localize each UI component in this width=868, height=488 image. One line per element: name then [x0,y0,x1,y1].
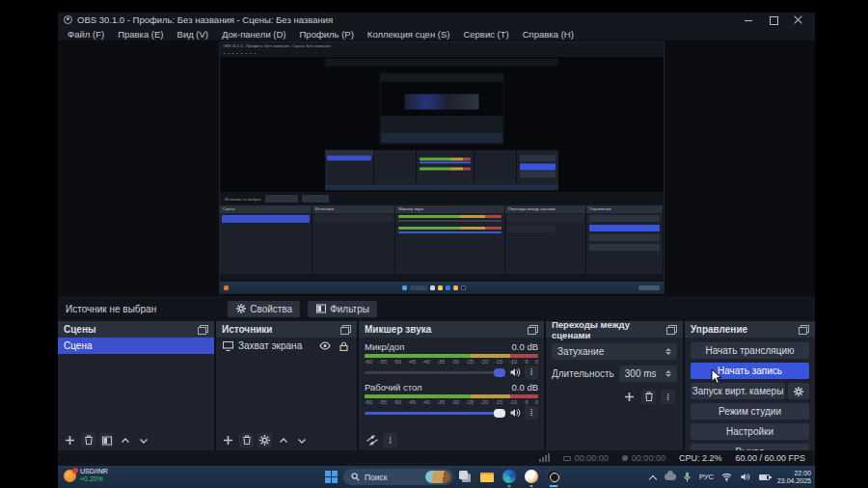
source-status-label: Источник не выбран [66,304,156,314]
popout-icon[interactable] [528,325,538,335]
scenes-title: Сцены [64,324,96,335]
start-virtual-camera-button[interactable]: Запуск вирт. камеры [691,383,785,399]
sources-panel: Источники Захват экрана [216,321,357,450]
menu-help[interactable]: Справка (H) [523,29,574,40]
menu-file[interactable]: Файл (F) [68,29,104,40]
hidden-icons-chevron[interactable] [650,474,657,480]
edge-browser-icon[interactable] [502,469,517,484]
source-properties-gear-icon[interactable] [258,433,272,447]
slider-handle[interactable] [494,409,505,418]
menu-scene-collection[interactable]: Коллекция сцен (S) [367,29,450,40]
visibility-eye-icon[interactable] [317,339,332,353]
speaker-icon[interactable] [509,366,521,378]
onedrive-icon[interactable] [665,474,676,480]
tick-label: -45 [408,399,416,405]
microphone-icon[interactable] [684,472,692,482]
preview-source-toolbar: Источник не выбран [220,192,664,205]
spinner-icon[interactable] [665,370,671,377]
tick-label: -20 [480,359,488,365]
source-item-label: Захват экрана [238,340,302,351]
remove-scene-icon[interactable] [81,433,95,447]
window-controls [744,15,809,25]
move-source-up-icon[interactable] [276,433,290,447]
start-button[interactable] [325,471,338,483]
widgets-button[interactable]: USD/INR +0.20% [64,468,108,483]
controls-panel: Управление Начать трансляцию Начать запи… [685,321,815,450]
popout-icon[interactable] [340,325,351,335]
channel-level: 0.0 dB [512,382,538,393]
popout-icon[interactable] [666,325,677,335]
scenes-toolbar [58,430,214,450]
taskbar-clock[interactable]: 22:00 23.04.2025 [777,470,811,485]
remove-source-icon[interactable] [239,433,254,447]
slider-handle[interactable] [494,368,505,377]
menu-profile[interactable]: Профиль (P) [300,29,354,40]
lock-icon[interactable] [337,339,351,353]
transition-menu-icon[interactable]: ⁞ [661,390,675,404]
speaker-icon[interactable] [509,407,521,419]
filters-label: Фильтры [330,304,369,314]
advanced-audio-icon[interactable] [365,433,379,447]
studio-mode-button[interactable]: Режим студии [691,403,809,420]
spinner-icon [665,348,671,355]
tick-label: -15 [495,359,502,365]
sources-toolbar [216,430,357,450]
menu-tools[interactable]: Сервис (T) [463,29,508,40]
scene-item[interactable]: Сцена [58,338,214,354]
tick-label: -40 [422,359,430,365]
minimize-button[interactable] [744,15,753,25]
tick-label: -15 [495,399,502,405]
menu-edit[interactable]: Правка (E) [118,29,163,40]
preview-canvas[interactable]: OBS 30.1.0 - Профиль: Без названия - Сце… [58,41,815,296]
filters-button[interactable]: Фильтры [308,301,377,317]
volume-slider[interactable] [365,371,505,374]
channel-menu-icon[interactable]: ⁞ [525,406,538,420]
settings-button[interactable]: Настройки [691,423,809,440]
close-button[interactable] [794,15,803,25]
preview-recursion-3 [381,73,503,143]
start-streaming-button[interactable]: Начать трансляцию [691,342,809,359]
popout-icon[interactable] [799,325,809,335]
add-source-icon[interactable] [221,433,235,447]
source-item[interactable]: Захват экрана [216,338,357,354]
volume-slider[interactable] [365,412,505,415]
exit-button[interactable]: Выход [691,444,809,450]
start-recording-button[interactable]: Начать запись [691,363,809,379]
menu-docks[interactable]: Док-панели (D) [222,29,285,40]
tick-label: -10 [509,399,517,405]
file-explorer-icon[interactable] [479,469,495,484]
mixer-menu-icon[interactable]: ⁞ [383,433,397,447]
audio-mixer-panel: Микшер звука Микр/доп 0.0 dB -60-55-50-4… [359,321,544,450]
channel-menu-icon[interactable]: ⁞ [525,366,538,379]
search-box[interactable]: Поиск [343,469,453,485]
task-view-icon[interactable] [457,469,473,484]
pinned-app-icon[interactable] [524,469,539,484]
transition-select[interactable]: Затухание [552,343,677,360]
popout-icon[interactable] [198,325,208,335]
properties-button[interactable]: Свойства [228,301,300,317]
tick-label: -55 [379,399,387,405]
gear-icon [235,304,246,314]
maximize-button[interactable] [769,15,778,25]
window-title: OBS 30.1.0 - Профиль: Без названия - Сце… [77,14,333,25]
language-indicator[interactable]: РУС [699,473,714,481]
tick-label: -35 [437,359,445,365]
wifi-icon[interactable] [721,473,733,482]
move-source-down-icon[interactable] [294,433,309,447]
obs-taskbar-icon[interactable] [546,469,561,484]
scene-filters-icon[interactable] [99,433,114,447]
tick-label: -25 [466,399,474,405]
add-scene-icon[interactable] [63,433,77,447]
mixer-toolbar: ⁞ [365,430,538,450]
add-transition-icon[interactable] [622,390,637,404]
desktop: OBS 30.1.0 - Профиль: Без названия - Сце… [58,13,815,488]
battery-icon[interactable] [759,474,770,480]
volume-icon[interactable] [741,473,751,482]
move-scene-up-icon[interactable] [118,433,132,447]
duration-input[interactable]: 300 ms [619,366,677,382]
virtual-camera-settings-button[interactable] [788,383,809,399]
move-scene-down-icon[interactable] [136,433,150,447]
remove-transition-icon[interactable] [641,390,656,404]
source-toolbar: Источник не выбран Свойства Фильтры [58,296,815,321]
menu-view[interactable]: Вид (V) [177,29,209,40]
